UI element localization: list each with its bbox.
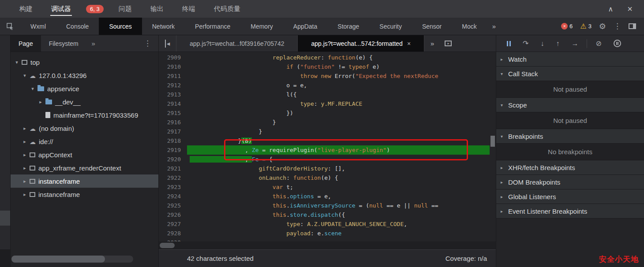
section-header-scope[interactable]: ▾Scope [496,98,644,112]
code-area[interactable]: 2909 replaceReducer: function(e) {2910 i… [159,52,496,241]
devtools-tab-mock[interactable]: Mock [452,18,487,35]
navigator-horizontal-scrollbar[interactable] [11,256,133,263]
code-line[interactable]: 2911 throw new Error("Expected the nextR… [159,71,496,81]
step-over-icon[interactable]: ↷ [523,40,528,47]
inspect-icon[interactable] [0,22,20,30]
pause-icon[interactable] [507,41,511,46]
section-header-dom-breakpoints[interactable]: ▸DOM Breakpoints [496,175,644,189]
section-header-breakpoints[interactable]: ▾Breakpoints [496,129,644,144]
code-line[interactable]: 2914 type: y.MF.REPLACE [159,99,496,108]
code-line[interactable]: 2917 } [159,127,496,136]
tree-arrow[interactable]: ▸ [21,165,28,171]
code-line[interactable]: 2915 }) [159,108,496,118]
step-into-icon[interactable]: ↓ [540,40,544,47]
tree-arrow[interactable]: ▸ [21,178,28,184]
devtools-tab-storage[interactable]: Storage [327,18,369,35]
devtools-tab-memory[interactable]: Memory [240,18,283,35]
tree-arrow[interactable]: ▾ [29,86,36,92]
navigator-menu-icon[interactable]: ⋮ [144,39,158,48]
tab-filesystem[interactable]: Filesystem [41,35,86,52]
tree-item[interactable]: ▾appservice [11,82,158,95]
scrollbar-thumb[interactable] [160,243,175,248]
tree-item[interactable]: mainframe?t=170179033569 [11,108,158,122]
section-header-global-listeners[interactable]: ▸Global Listeners [496,189,644,204]
tree-arrow[interactable]: ▾ [13,59,20,65]
editor-back-icon[interactable]: ◂ [159,35,176,52]
tree-item[interactable]: ▸ide:// [11,135,158,148]
tree-item[interactable]: ▾127.0.0.1:43296 [11,69,158,82]
tab-page[interactable]: Page [11,35,41,52]
error-count-badge[interactable]: × 6 [561,23,573,30]
settings-gear-icon[interactable]: ⚙ [599,22,606,31]
code-line[interactable]: 2925 this.isAnniversarySource = (null ==… [159,201,496,210]
editor-tab[interactable]: app.js?t=wechat...5742:formatted× [298,35,424,52]
tree-item[interactable]: ▾top [11,56,158,69]
devtools-tab-appdata[interactable]: AppData [283,18,327,35]
code-line[interactable]: 2926 this.store.dispatch({ [159,210,496,219]
more-menu-icon[interactable]: ⋮ [614,22,621,31]
section-header-event-listener-breakpoints[interactable]: ▸Event Listener Breakpoints [496,204,644,219]
tree-arrow[interactable]: ▸ [21,126,28,131]
deactivate-breakpoints-icon[interactable]: ⊘ [595,40,601,47]
titlebar-tab[interactable]: 调试器 [44,0,78,18]
step-out-icon[interactable]: ↑ [556,40,559,47]
titlebar-tab[interactable]: 代码质量 [207,0,247,18]
code-line[interactable]: 2910 if ("function" != typeof e) [159,62,496,71]
devtools-tab-sources[interactable]: Sources [99,18,142,35]
tree-arrow[interactable]: ▸ [21,139,28,145]
tab-close-icon[interactable]: × [407,40,411,47]
section-header-watch[interactable]: ▸Watch [496,52,644,67]
tree-item[interactable]: ▸instanceframe [11,188,158,201]
devtools-tab-console[interactable]: Console [56,18,99,35]
code-line[interactable]: 2918 }(B) [159,136,496,145]
titlebar-tab[interactable]: 构建 [12,0,40,18]
code-line[interactable]: 2924 this.options = e, [159,192,496,201]
code-line[interactable]: 2923 var t; [159,182,496,192]
section-header-call-stack[interactable]: ▾Call Stack [496,67,644,81]
code-line[interactable]: 2916 } [159,118,496,127]
step-icon[interactable]: → [571,40,578,47]
tree-arrow[interactable]: ▸ [21,192,28,197]
tree-item[interactable]: ▸__dev__ [11,95,158,108]
tree-item[interactable]: ▸app_xrframe_renderContext [11,161,158,174]
devtools-tab-wxml[interactable]: Wxml [20,18,56,35]
tree-arrow[interactable]: ▾ [21,73,28,78]
editor-tab[interactable]: app.js?t=wechat...f0f3916e705742 [176,35,298,52]
close-icon[interactable]: × [627,4,633,14]
pause-on-exceptions-icon[interactable] [614,40,621,47]
panel-toggle-icon[interactable]: ▸ [440,35,456,52]
code-line[interactable]: 2920 , Fe = { [159,155,496,164]
code-line[interactable]: 2909 replaceReducer: function(e) { [159,53,496,62]
code-line[interactable]: 2929 [159,238,496,241]
titlebar-tab[interactable]: 问题 [112,0,139,18]
editor-horizontal-scrollbar[interactable] [159,241,496,249]
section-header-xhr-fetch-breakpoints[interactable]: ▸XHR/fetch Breakpoints [496,160,644,175]
dock-side-icon[interactable] [629,23,636,29]
tabs-overflow-chevron[interactable]: » [487,22,501,30]
scrollbar-thumb[interactable] [490,136,495,147]
code-line[interactable]: 2921 giftCardOrderHistory: [], [159,164,496,173]
tree-arrow[interactable]: ▸ [21,152,28,158]
tree-item[interactable]: ▸instanceframe [11,174,158,188]
code-line[interactable]: 2927 type: A.Z.UPDATE_LANUCH_SENCE_CODE, [159,219,496,229]
editor-vertical-scrollbar[interactable] [490,52,496,241]
tree-arrow[interactable]: ▸ [37,99,44,105]
navigator-overflow-chevron[interactable]: » [86,40,101,47]
code-line[interactable]: 2912 o = e, [159,81,496,90]
scrollbar-thumb[interactable] [11,256,105,263]
devtools-tab-security[interactable]: Security [369,18,412,35]
code-line[interactable]: 2928 payload: e.scene [159,229,496,238]
warning-count-badge[interactable]: ⚠ 3 [580,23,592,30]
titlebar-tab[interactable]: 终端 [175,0,202,18]
tree-item[interactable]: ▸(no domain) [11,122,158,135]
editor-tabs-overflow-chevron[interactable]: » [424,35,440,52]
devtools-tab-performance[interactable]: Performance [185,18,240,35]
code-line[interactable]: 2922 onLaunch: function(e) { [159,173,496,182]
titlebar-tab[interactable]: 输出 [143,0,171,18]
minimize-icon[interactable]: ∧ [608,5,614,13]
devtools-tab-network[interactable]: Network [142,18,185,35]
tree-item[interactable]: ▸appContext [11,148,158,161]
code-line[interactable]: 2919 , Ze = requirePlugin("live-player-p… [159,145,496,155]
devtools-tab-sensor[interactable]: Sensor [412,18,452,35]
code-line[interactable]: 2913 l({ [159,90,496,99]
